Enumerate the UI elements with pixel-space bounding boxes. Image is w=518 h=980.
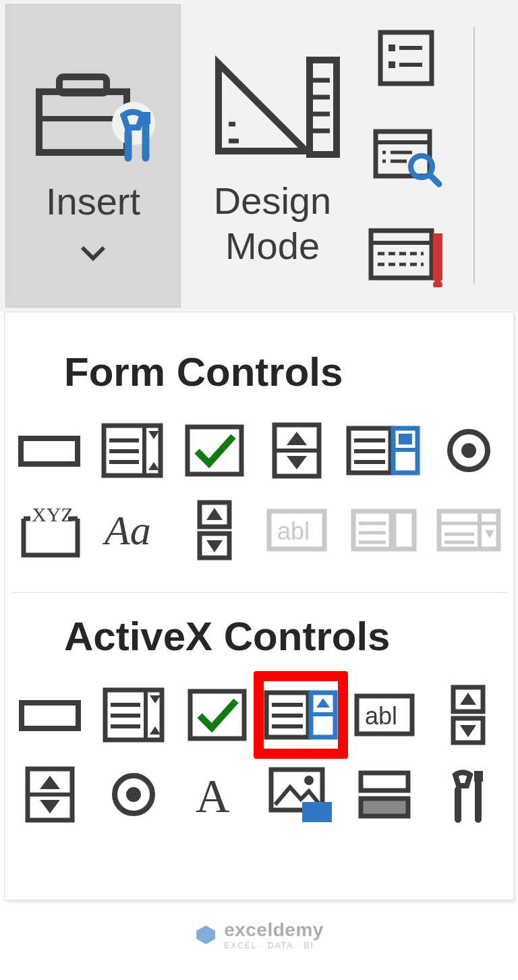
form-label-icon[interactable]: Aa — [98, 499, 165, 561]
svg-marker-77 — [150, 695, 161, 703]
form-list-box-icon[interactable] — [346, 420, 420, 482]
design-mode-button[interactable]: Design Mode — [185, 0, 360, 312]
svg-point-32 — [433, 280, 442, 287]
form-check-box-icon[interactable] — [181, 420, 248, 482]
svg-rect-6 — [142, 112, 150, 124]
svg-rect-111 — [474, 771, 483, 782]
svg-marker-112 — [196, 925, 215, 944]
svg-line-26 — [430, 175, 439, 184]
svg-rect-17 — [388, 61, 395, 68]
form-spin-button-icon[interactable] — [263, 420, 330, 482]
form-button-icon[interactable] — [16, 420, 83, 482]
run-dialog-icon — [366, 220, 447, 287]
svg-marker-93 — [460, 693, 476, 705]
activex-combo-box-icon[interactable] — [99, 684, 168, 746]
form-scroll-bar-icon[interactable] — [181, 499, 248, 561]
form-combo-list-icon — [346, 499, 420, 561]
section-divider — [11, 592, 507, 593]
svg-rect-41 — [188, 427, 241, 474]
svg-marker-99 — [40, 800, 60, 813]
svg-marker-95 — [460, 725, 476, 737]
svg-rect-74 — [22, 703, 78, 728]
svg-rect-105 — [302, 802, 332, 822]
activex-option-button-icon[interactable] — [99, 763, 168, 826]
svg-rect-7 — [310, 60, 337, 154]
activex-controls-heading: ActiveX Controls — [64, 613, 507, 660]
activex-toggle-button-icon[interactable] — [350, 763, 419, 826]
properties-button[interactable] — [366, 18, 447, 98]
watermark: exceldemy EXCEL · DATA · BI — [194, 919, 324, 950]
svg-text:abl: abl — [365, 702, 397, 730]
svg-marker-78 — [150, 726, 161, 734]
svg-rect-107 — [361, 773, 408, 790]
svg-point-104 — [304, 776, 314, 785]
svg-marker-58 — [206, 508, 223, 520]
svg-text:A: A — [196, 770, 230, 822]
view-code-icon — [369, 122, 443, 190]
svg-rect-1 — [59, 77, 107, 93]
svg-point-54 — [461, 443, 476, 458]
form-group-box-icon[interactable]: XYZ — [16, 499, 83, 561]
form-controls-grid: XYZ Aa abl — [11, 420, 507, 588]
activex-label-icon[interactable]: A — [183, 763, 252, 826]
activex-list-box-icon[interactable] — [254, 671, 348, 759]
svg-text:XYZ: XYZ — [32, 503, 74, 525]
form-combo-box-icon[interactable] — [98, 420, 165, 482]
activex-controls-grid: abl A — [11, 684, 507, 853]
activex-spin-button-icon[interactable] — [16, 763, 84, 826]
watermark-brand: exceldemy — [224, 919, 324, 940]
insert-label: Insert — [46, 179, 140, 223]
svg-text:Aa: Aa — [102, 507, 151, 553]
activex-more-controls-icon[interactable] — [434, 763, 502, 826]
view-code-button[interactable] — [366, 115, 447, 196]
svg-text:abl: abl — [277, 517, 310, 545]
svg-rect-15 — [388, 45, 395, 51]
form-option-button-icon[interactable] — [435, 420, 502, 482]
activex-image-icon[interactable] — [266, 763, 335, 826]
svg-rect-31 — [433, 233, 442, 281]
svg-rect-14 — [380, 32, 432, 84]
svg-point-101 — [126, 787, 141, 802]
chevron-down-icon — [80, 237, 107, 267]
watermark-logo-icon — [194, 923, 217, 946]
properties-icon — [372, 24, 440, 92]
watermark-tagline: EXCEL · DATA · BI — [224, 941, 324, 950]
activex-text-box-icon[interactable]: abl — [350, 684, 419, 746]
form-text-field-icon: abl — [263, 499, 330, 561]
form-combo-dropdown-icon — [435, 499, 502, 561]
form-controls-heading: Form Controls — [64, 349, 507, 395]
run-dialog-button[interactable] — [366, 213, 447, 294]
svg-marker-98 — [40, 776, 60, 789]
svg-marker-60 — [206, 540, 223, 552]
svg-rect-82 — [190, 691, 244, 739]
design-mode-label: Design Mode — [214, 178, 331, 268]
svg-marker-44 — [287, 432, 307, 445]
insert-controls-dropdown: Form Controls XYZ Aa abl — [4, 312, 514, 900]
svg-rect-108 — [361, 799, 408, 816]
svg-marker-36 — [148, 431, 159, 439]
svg-rect-33 — [21, 438, 78, 464]
activex-scroll-bar-icon[interactable] — [434, 684, 502, 746]
svg-rect-67 — [394, 511, 414, 549]
svg-marker-37 — [148, 462, 159, 470]
toolbox-icon — [26, 45, 161, 173]
insert-controls-button[interactable]: Insert — [5, 4, 181, 308]
activex-check-box-icon[interactable] — [183, 684, 252, 746]
activex-command-button-icon[interactable] — [16, 684, 84, 746]
ruler-triangle-icon — [205, 43, 340, 171]
svg-marker-71 — [485, 530, 494, 538]
group-separator — [473, 27, 475, 283]
svg-marker-89 — [316, 698, 330, 708]
svg-rect-52 — [399, 434, 412, 444]
ribbon-controls-group: Insert Design Mode — [0, 0, 518, 312]
svg-marker-45 — [287, 456, 307, 469]
